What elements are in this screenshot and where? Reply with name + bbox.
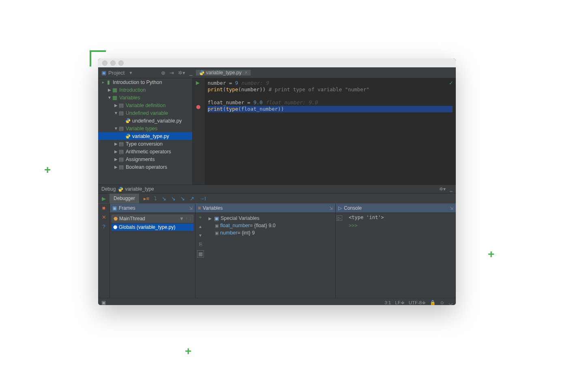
view-icon[interactable]: ▦ <box>197 250 204 258</box>
debugger-tab[interactable]: Debugger <box>109 194 139 203</box>
ide-window: ▣ Project ▼ ⊕ ⇥ ✲▾ ⎯ variable_type.py × <box>98 58 456 305</box>
debug-tool-header[interactable]: Debug variable_type ✲▾ ⎯ <box>98 185 456 194</box>
tree-item[interactable]: ▶▤Boolean operators <box>98 163 192 171</box>
variable-row[interactable]: ▣float_number = {float} 9.0 <box>207 222 334 229</box>
python-file-icon <box>118 187 123 192</box>
close-traffic-light[interactable] <box>102 60 107 66</box>
frame-row[interactable]: ⬣ Globals (variable_type.py) <box>112 224 193 231</box>
tree-item[interactable]: ▶▤Arithmetic operators <box>98 148 192 155</box>
add-watch-icon[interactable]: + <box>199 215 202 220</box>
thread-icon: ⬣ <box>114 216 118 221</box>
status-icon[interactable]: ▣ <box>101 300 106 305</box>
variable-row[interactable]: ▣number = {int} 9 <box>207 229 334 236</box>
step-out-icon[interactable]: ↗ <box>190 196 194 202</box>
nav-down-icon[interactable]: ▾ <box>199 232 202 238</box>
stop-icon[interactable]: ■ <box>102 205 105 211</box>
tree-item[interactable]: ▶▤Variable definition <box>98 101 192 109</box>
decor-plus: + <box>185 346 191 357</box>
pin-icon[interactable]: ⇲ <box>329 206 333 211</box>
next-frame-icon[interactable]: ↓ <box>189 216 191 221</box>
debug-side-toolbar: ■ ✕ ? <box>98 204 110 298</box>
decor-plus: + <box>44 164 51 176</box>
thread-selector[interactable]: ⬣ MainThread ▼↑↓ <box>112 215 193 223</box>
hide-icon[interactable]: ⎯ <box>450 186 453 192</box>
tree-item[interactable]: ▶▦Introduction <box>98 86 192 94</box>
project-tree[interactable]: ▸ ▮ Introduction to Python ▶▦Introductio… <box>98 78 193 185</box>
lock-icon[interactable]: 🔒 <box>430 300 436 305</box>
thread-dropdown-icon[interactable]: ▼ <box>179 216 184 221</box>
console-toggle-icon[interactable]: ▷ <box>337 215 342 221</box>
step-into-icon[interactable]: ↘ <box>162 196 166 202</box>
frames-panel: ▣Frames⇲ ⬣ MainThread ▼↑↓ ⬣ Globals (var… <box>110 204 195 298</box>
line-separator[interactable]: LF≑ <box>395 300 404 305</box>
code-area[interactable]: number = 9 number: 9 print(type(number))… <box>204 78 456 185</box>
show-execution-point-icon[interactable]: ▸≡ <box>144 196 150 202</box>
debug-toolbar: ▶ Debugger ▸≡ ⤵ ↘ ↘ ↘ ↗ →I <box>98 194 456 204</box>
analysis-ok-icon[interactable]: ✓ <box>449 80 453 86</box>
code-editor[interactable]: ▶ number = 9 number: 9 print(type(number… <box>193 78 456 185</box>
editor-tab[interactable]: variable_type.py × <box>196 70 251 75</box>
console-output[interactable]: <type 'int'> >>> <box>346 213 456 298</box>
locate-icon[interactable]: ⊕ <box>161 70 165 76</box>
tree-item[interactable]: ▼▤Variable types <box>98 125 192 132</box>
resume-icon[interactable]: ▶ <box>102 196 106 202</box>
decor-plus: + <box>488 249 494 260</box>
variables-panel: ≡Variables⇲ + ▴ ▾ ⎘ ▦ ▶▣Special Variable… <box>195 204 336 298</box>
console-icon: ▷ <box>338 205 342 211</box>
help-icon[interactable]: ? <box>102 224 105 230</box>
tree-item[interactable]: ▼▦Variables <box>98 94 192 101</box>
project-view-dropdown[interactable]: ▼ <box>129 71 133 75</box>
nav-up-icon[interactable]: ▴ <box>199 224 202 229</box>
editor-tab-label: variable_type.py <box>206 70 241 75</box>
python-file-icon <box>199 70 204 75</box>
cursor-position[interactable]: 3:1 <box>384 300 391 305</box>
inspector-icon[interactable]: ☺ <box>440 300 444 305</box>
run-to-cursor-icon[interactable]: →I <box>199 196 206 202</box>
top-toolbar: ▣ Project ▼ ⊕ ⇥ ✲▾ ⎯ variable_type.py × <box>98 67 456 78</box>
variables-icon: ≡ <box>198 205 201 211</box>
prev-frame-icon[interactable]: ↑ <box>185 216 188 221</box>
gear-icon[interactable]: ✲▾ <box>178 70 185 76</box>
breakpoint-icon[interactable] <box>196 105 200 109</box>
globals-icon: ⬣ <box>113 224 117 230</box>
special-variables-row[interactable]: ▶▣Special Variables <box>207 215 334 222</box>
step-into-my-code-icon[interactable]: ↘ <box>171 196 176 202</box>
pin-icon[interactable]: ⇲ <box>450 206 453 211</box>
collapse-icon[interactable]: ⇥ <box>170 70 174 76</box>
zoom-traffic-light[interactable] <box>118 60 124 66</box>
hide-icon[interactable]: ⎯ <box>189 70 193 76</box>
project-tool-icon[interactable]: ▣ <box>101 70 106 76</box>
tree-item[interactable]: ▼▤Undefined variable <box>98 109 192 117</box>
editor-gutter[interactable]: ▶ <box>193 78 204 185</box>
tree-item[interactable]: ▶▤Type conversion <box>98 140 192 148</box>
tree-item[interactable]: variable_type.py <box>98 132 192 140</box>
close-tab-icon[interactable]: × <box>245 70 247 75</box>
frames-icon: ▣ <box>112 205 117 211</box>
run-gutter-icon[interactable]: ▶ <box>196 80 204 86</box>
pin-icon[interactable]: ⇲ <box>189 206 193 211</box>
status-bar: ▣ 3:1 LF≑ UTF-8≑ 🔒 ☺ ◡ <box>98 298 456 305</box>
tree-root[interactable]: ▸ ▮ Introduction to Python <box>98 78 192 86</box>
minimize-traffic-light[interactable] <box>110 60 116 66</box>
chat-icon[interactable]: ◡ <box>449 300 453 305</box>
gear-icon[interactable]: ✲▾ <box>439 186 446 192</box>
console-prompt[interactable]: >>> <box>349 223 453 228</box>
file-encoding[interactable]: UTF-8≑ <box>409 300 426 305</box>
step-over-icon[interactable]: ⤵ <box>154 196 157 202</box>
window-titlebar <box>98 58 456 67</box>
force-step-into-icon[interactable]: ↘ <box>180 196 185 202</box>
copy-icon[interactable]: ⎘ <box>199 241 202 247</box>
tree-item[interactable]: ▶▤Assignments <box>98 155 192 163</box>
console-panel: ▷Console⇲ ▷ <type 'int'> >>> <box>336 204 456 298</box>
tree-item[interactable]: undefined_variable.py <box>98 117 192 125</box>
close-session-icon[interactable]: ✕ <box>102 214 106 220</box>
project-tool-label[interactable]: Project <box>108 70 124 76</box>
